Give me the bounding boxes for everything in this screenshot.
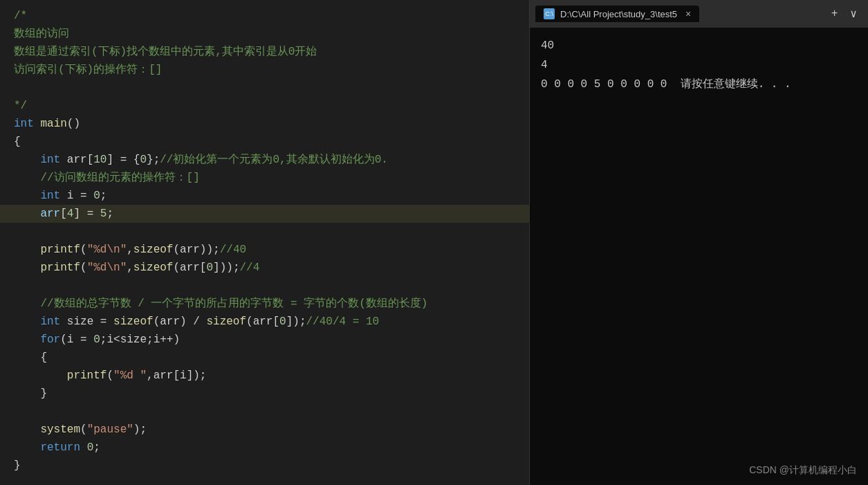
code-line-23 (0, 403, 529, 421)
code-line-11: int i = 0 ; (0, 187, 529, 205)
code-line-21: printf ( "%d " ,arr[i]); (0, 367, 529, 385)
code-line-15: printf ( "%d\n" , sizeof (arr[ 0 ])); //… (0, 259, 529, 277)
terminal-output-line-3: 0 0 0 0 5 0 0 0 0 0 请按任意键继续. . . (541, 75, 857, 94)
code-line-18: int size = sizeof (arr) / sizeof (arr[ 0… (0, 313, 529, 331)
code-line-19: for (i = 0 ;i<size;i++) (0, 331, 529, 349)
code-line-10: //访问数组的元素的操作符：[] (0, 169, 529, 187)
code-editor: /* 数组的访问 数组是通过索引(下标)找个数组中的元素,其中索引是从0开始 访… (0, 0, 529, 485)
code-line-13 (0, 223, 529, 241)
new-tab-button[interactable]: + (826, 6, 844, 21)
code-line-1: /* (0, 7, 529, 25)
code-line-5 (0, 79, 529, 97)
terminal-close-button[interactable]: × (685, 8, 691, 19)
code-line-6: */ (0, 97, 529, 115)
code-line-8: { (0, 133, 529, 151)
terminal-tab[interactable]: C:\ D:\C\All Project\study_3\test5 × (535, 6, 699, 22)
code-line-24: system ( "pause" ); (0, 421, 529, 439)
code-line-14: printf ( "%d\n" , sizeof (arr)); //40 (0, 241, 529, 259)
code-line-4: 访问索引(下标)的操作符：[] (0, 61, 529, 79)
terminal-controls: + ∨ (826, 6, 862, 22)
code-line-12: arr [ 4 ] = 5 ; (0, 205, 529, 223)
code-line-3: 数组是通过索引(下标)找个数组中的元素,其中索引是从0开始 (0, 43, 529, 61)
code-line-2: 数组的访问 (0, 25, 529, 43)
terminal-output-line-2: 4 (541, 55, 857, 75)
code-line-22: } (0, 385, 529, 403)
code-line-9: int arr[ 10 ] = { 0 }; //初始化第一个元素为0,其余默认… (0, 151, 529, 169)
code-line-16 (0, 277, 529, 295)
code-line-7: int main () (0, 115, 529, 133)
code-line-26: } (0, 457, 529, 475)
terminal-output-line-1: 40 (541, 36, 857, 55)
watermark: CSDN @计算机编程小白 (749, 464, 857, 477)
terminal-panel: C:\ D:\C\All Project\study_3\test5 × + ∨… (529, 0, 868, 485)
terminal-titlebar: C:\ D:\C\All Project\study_3\test5 × + ∨ (530, 0, 868, 28)
terminal-dropdown-button[interactable]: ∨ (844, 6, 862, 22)
terminal-body: 40 4 0 0 0 0 5 0 0 0 0 0 请按任意键继续. . . (530, 28, 868, 485)
terminal-tab-icon: C:\ (544, 8, 555, 19)
code-line-17: //数组的总字节数 / 一个字节的所占用的字节数 = 字节的个数(数组的长度) (0, 295, 529, 313)
terminal-tab-label: D:\C\All Project\study_3\test5 (560, 9, 677, 19)
code-line-20: { (0, 349, 529, 367)
code-line-25: return 0 ; (0, 439, 529, 457)
